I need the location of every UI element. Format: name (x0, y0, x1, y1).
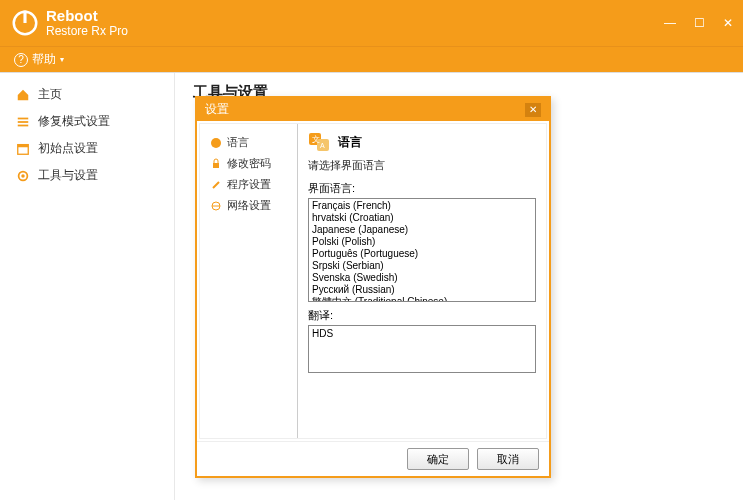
dialog-footer: 确定 取消 (197, 441, 549, 476)
ok-button[interactable]: 确定 (407, 448, 469, 470)
dialog-nav-language[interactable]: 语言 (200, 132, 297, 153)
sidebar-item-tools-settings[interactable]: 工具与设置 (0, 162, 174, 189)
language-option[interactable]: Русский (Russian) (309, 284, 535, 296)
language-listbox[interactable]: Français (French)hrvatski (Croatian)Japa… (308, 198, 536, 302)
help-bar: ? 帮助 ▾ (0, 46, 743, 72)
svg-point-9 (211, 138, 221, 148)
content-subtitle: 请选择界面语言 (308, 158, 536, 173)
list-icon (16, 115, 30, 129)
network-icon (210, 200, 222, 212)
language-option[interactable]: Português (Portuguese) (309, 248, 535, 260)
maximize-button[interactable]: ☐ (694, 16, 705, 30)
home-icon (16, 88, 30, 102)
language-option[interactable]: Srpski (Serbian) (309, 260, 535, 272)
language-list-label: 界面语言: (308, 181, 536, 196)
dialog-title: 设置 (205, 101, 229, 118)
sidebar-item-label: 修复模式设置 (38, 113, 110, 130)
language-option[interactable]: hrvatski (Croatian) (309, 212, 535, 224)
calendar-icon (16, 142, 30, 156)
app-title: Reboot Restore Rx Pro (46, 8, 128, 38)
language-icon (210, 137, 222, 149)
sidebar-item-label: 初始点设置 (38, 140, 98, 157)
content-header-label: 语言 (338, 134, 362, 151)
dialog-nav-program[interactable]: 程序设置 (200, 174, 297, 195)
dialog-nav-password[interactable]: 修改密码 (200, 153, 297, 174)
app-title-line1: Reboot (46, 8, 128, 25)
cancel-button[interactable]: 取消 (477, 448, 539, 470)
app-title-line2: Restore Rx Pro (46, 25, 128, 38)
translator-value: HDS (312, 328, 333, 339)
sidebar-item-label: 主页 (38, 86, 62, 103)
svg-text:文: 文 (312, 135, 320, 144)
sidebar-item-label: 工具与设置 (38, 167, 98, 184)
content-header: 文A 语言 (308, 132, 536, 152)
svg-rect-10 (213, 163, 219, 168)
language-option[interactable]: Svenska (Swedish) (309, 272, 535, 284)
power-icon (10, 8, 40, 38)
dialog-title-bar: 设置 ✕ (197, 98, 549, 121)
dropdown-icon[interactable]: ▾ (60, 55, 64, 64)
help-icon: ? (14, 53, 28, 67)
svg-point-8 (21, 174, 25, 178)
minimize-button[interactable]: — (664, 16, 676, 30)
dialog-close-button[interactable]: ✕ (525, 103, 541, 117)
translator-box: HDS (308, 325, 536, 373)
dialog-nav-network[interactable]: 网络设置 (200, 195, 297, 216)
dialog-nav-label: 网络设置 (227, 198, 271, 213)
app-logo: Reboot Restore Rx Pro (10, 8, 128, 38)
sidebar-item-home[interactable]: 主页 (0, 81, 174, 108)
wrench-icon (210, 179, 222, 191)
dialog-body: 语言 修改密码 程序设置 网络设置 文A 语言 请选择界面语言 (199, 123, 547, 439)
svg-text:A: A (320, 142, 325, 149)
svg-rect-6 (18, 144, 29, 147)
sidebar-item-baseline[interactable]: 初始点设置 (0, 135, 174, 162)
title-bar: Reboot Restore Rx Pro — ☐ ✕ (0, 0, 743, 46)
dialog-nav: 语言 修改密码 程序设置 网络设置 (200, 124, 298, 438)
language-option[interactable]: Polski (Polish) (309, 236, 535, 248)
language-option[interactable]: Français (French) (309, 200, 535, 212)
dialog-nav-label: 语言 (227, 135, 249, 150)
lock-icon (210, 158, 222, 170)
translate-icon: 文A (308, 132, 330, 152)
window-controls: — ☐ ✕ (664, 16, 733, 30)
translator-label: 翻译: (308, 308, 536, 323)
language-option[interactable]: Japanese (Japanese) (309, 224, 535, 236)
dialog-content: 文A 语言 请选择界面语言 界面语言: Français (French)hrv… (298, 124, 546, 438)
svg-rect-2 (18, 117, 29, 119)
dialog-nav-label: 修改密码 (227, 156, 271, 171)
sidebar: 主页 修复模式设置 初始点设置 工具与设置 (0, 73, 175, 500)
language-option[interactable]: 繁體中文 (Traditional Chinese) (309, 296, 535, 302)
svg-rect-3 (18, 121, 29, 123)
close-button[interactable]: ✕ (723, 16, 733, 30)
gear-icon (16, 169, 30, 183)
sidebar-item-restore-mode[interactable]: 修复模式设置 (0, 108, 174, 135)
help-label[interactable]: 帮助 (32, 51, 56, 68)
svg-rect-4 (18, 124, 29, 126)
settings-dialog: 设置 ✕ 语言 修改密码 程序设置 网络设置 文A (195, 96, 551, 478)
dialog-nav-label: 程序设置 (227, 177, 271, 192)
